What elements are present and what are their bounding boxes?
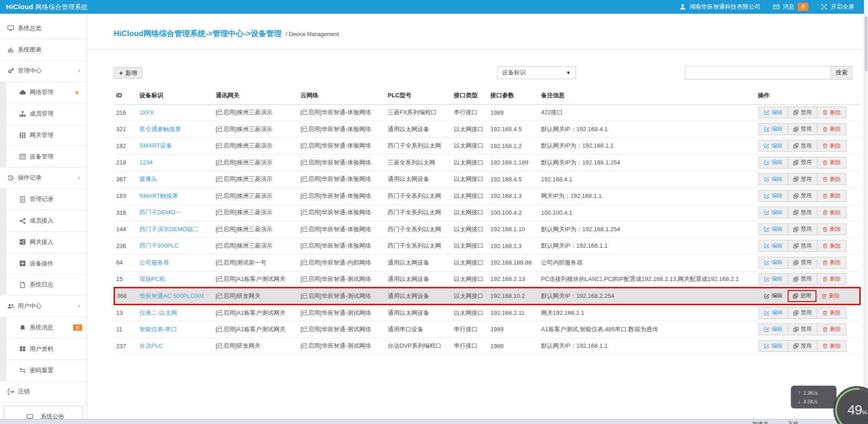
device-name-link[interactable]: JXFX [140, 109, 154, 116]
messages-menu[interactable]: 消息 0 [773, 3, 808, 11]
device-name-link[interactable]: 仪表二-以太网 [140, 309, 177, 316]
cell-cloud: [已启用]华辰智通-测试网络 [299, 321, 386, 338]
add-device-button[interactable]: +新增 [114, 67, 142, 79]
enable-button[interactable]: 启用 [788, 290, 816, 302]
disable-button[interactable]: 禁用 [788, 207, 817, 218]
memory-usage-widget[interactable]: 49% [833, 386, 868, 424]
edit-button[interactable]: 编辑 [758, 140, 788, 152]
disable-button[interactable]: 禁用 [788, 140, 817, 152]
sidebar-item-label: 设备操作 [30, 260, 53, 268]
device-name-link[interactable]: 1234 [140, 159, 153, 166]
disable-button[interactable]: 禁用 [788, 223, 817, 235]
device-name-link[interactable]: SMART触摸屏 [140, 192, 178, 199]
delete-button[interactable]: 删除 [817, 123, 847, 135]
sidebar-item-device-operation[interactable]: 设备操作 [0, 253, 87, 275]
sidebar-item-user-profile[interactable]: 用户资料 [0, 339, 87, 360]
edit-button[interactable]: 编辑 [758, 157, 788, 169]
edit-button[interactable]: 编辑 [758, 273, 788, 285]
edit-button[interactable]: 编辑 [758, 123, 788, 135]
disable-button[interactable]: 禁用 [788, 123, 817, 135]
disable-button[interactable]: 禁用 [788, 273, 817, 285]
device-name-link[interactable]: 西门子演示DEMO箱二 [140, 226, 199, 233]
network-speed-widget[interactable]: 1.9K/s 4.5K/s [791, 386, 837, 408]
sidebar-item-mgmt-records[interactable]: 管理记录 [0, 189, 87, 210]
delete-button[interactable]: 删除 [817, 340, 847, 352]
search-input[interactable] [685, 66, 831, 80]
fullscreen-button[interactable]: 开启全屏 [821, 3, 854, 11]
sidebar-item-member-access[interactable]: 成员接入 [0, 210, 87, 232]
delete-button[interactable]: 删除 [817, 323, 847, 335]
device-name-link[interactable]: SMART设备 [140, 142, 172, 149]
sidebar-item-member-mgmt[interactable]: 成员管理 [0, 103, 87, 125]
browser-accelerator-button[interactable]: 加速器 [752, 420, 769, 424]
device-name-link[interactable]: 西门子DEMO一 [140, 209, 181, 216]
device-name-link[interactable]: 台达PLC [140, 342, 163, 349]
delete-button[interactable]: 删除 [817, 240, 847, 252]
edit-button[interactable]: 编辑 [758, 173, 788, 185]
delete-button[interactable]: 删除 [817, 106, 847, 118]
scrollbar-thumb[interactable] [865, 16, 868, 71]
plus-icon: + [119, 69, 123, 77]
sidebar-item-user-center[interactable]: 用户中心› [0, 296, 87, 317]
edit-button[interactable]: 编辑 [758, 240, 788, 252]
cell-id: 218 [115, 154, 138, 171]
account-menu[interactable]: 湖南华辰智通科技有限公司 [680, 3, 760, 11]
edit-button[interactable]: 编辑 [758, 340, 788, 352]
edit-button[interactable]: 编辑 [758, 307, 788, 319]
edit-button[interactable]: 编辑 [758, 106, 788, 118]
disable-button[interactable]: 禁用 [788, 257, 817, 269]
sidebar-item-system-overview[interactable]: 系统总览 [0, 18, 87, 39]
filter-field-select[interactable]: 设备标识 ▼ [497, 66, 576, 79]
delete-button[interactable]: 删除 [817, 273, 847, 285]
sidebar-item-gateway-access[interactable]: 网关接入 [0, 232, 87, 253]
sidebar-item-device-mgmt[interactable]: 设备管理 [0, 146, 87, 168]
search-button[interactable]: 搜索 [831, 66, 852, 80]
disable-button[interactable]: 禁用 [788, 307, 817, 319]
browser-download-button[interactable]: 下载 [788, 420, 799, 424]
disable-button[interactable]: 禁用 [788, 240, 817, 252]
disable-button[interactable]: 禁用 [788, 323, 817, 335]
sidebar-item-system-charts[interactable]: 系统图表 [0, 39, 87, 61]
delete-button[interactable]: 删除 [817, 207, 847, 218]
sidebar-item-system-logs[interactable]: 系统日志 [0, 275, 87, 296]
cell-gateway: [已启用]株洲三菱演示 [214, 154, 299, 171]
sidebar-item-network-mgmt[interactable]: 网络管理★ [0, 82, 87, 103]
edit-button[interactable]: 编辑 [758, 290, 788, 302]
edit-button[interactable]: 编辑 [758, 257, 788, 269]
cell-remark: 默认网关IP：192.168.1.1 [539, 338, 756, 355]
delete-button[interactable]: 删除 [817, 157, 847, 169]
edit-button[interactable]: 编辑 [758, 207, 788, 218]
cell-id: 368 [115, 288, 138, 305]
delete-button[interactable]: 删除 [817, 223, 847, 235]
sidebar-item-gateway-mgmt[interactable]: 网关管理 [0, 125, 87, 146]
disable-button[interactable]: 禁用 [788, 340, 817, 352]
delete-button[interactable]: 删除 [817, 190, 847, 202]
device-name-link[interactable]: 现场PC机 [140, 276, 166, 282]
sidebar-item-system-messages[interactable]: 系统消息0 [0, 317, 87, 339]
device-name-link[interactable]: 西门子300PLC [140, 242, 179, 249]
edit-button[interactable]: 编辑 [758, 190, 788, 202]
delete-button[interactable]: 删除 [817, 140, 847, 152]
delete-button[interactable]: 删除 [817, 173, 847, 185]
edit-button[interactable]: 编辑 [758, 323, 788, 335]
delete-button[interactable]: 删除 [817, 257, 847, 269]
sign-out-icon [7, 388, 14, 395]
disable-button[interactable]: 禁用 [788, 190, 817, 202]
sidebar-item-operation-records[interactable]: 操作记录› [0, 168, 87, 189]
disable-button[interactable]: 禁用 [788, 106, 817, 118]
disable-button[interactable]: 禁用 [788, 173, 817, 185]
app-title-rest: 网络综合管理系统 [36, 3, 88, 11]
delete-button[interactable]: 删除 [817, 307, 847, 319]
sidebar-item-password-reset[interactable]: 密码重置 [0, 360, 87, 382]
sidebar-item-logout[interactable]: 注销 [0, 382, 87, 403]
delete-button[interactable]: 删除 [816, 290, 846, 302]
vertical-scrollbar[interactable] [864, 0, 868, 419]
edit-button[interactable]: 编辑 [758, 223, 788, 235]
device-name-link[interactable]: 智能仪表-串口 [140, 326, 177, 333]
device-name-link[interactable]: 华辰智通AC 500PLC001 [140, 292, 204, 299]
sidebar-item-management-center[interactable]: 管理中心› [0, 61, 87, 82]
device-name-link[interactable]: 公司服务器 [140, 259, 169, 266]
device-name-link[interactable]: 昆仑通泰触摸屏 [140, 126, 181, 132]
device-name-link[interactable]: 摄像头 [140, 175, 157, 182]
disable-button[interactable]: 禁用 [788, 157, 817, 169]
